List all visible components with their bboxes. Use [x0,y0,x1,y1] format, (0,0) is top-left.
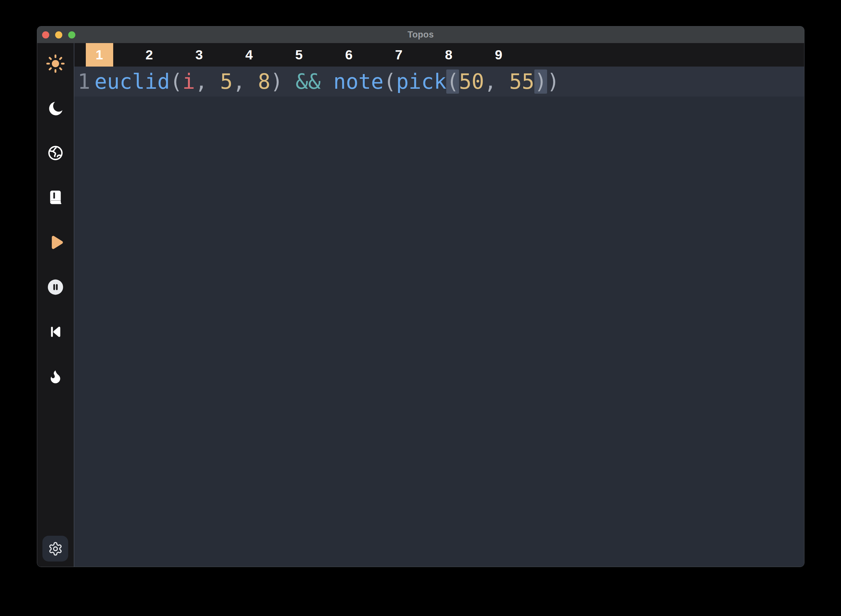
line-number: 1 [75,69,90,94]
minimize-button[interactable] [55,31,62,38]
gear-icon [48,541,63,556]
tab-label: 7 [395,43,403,66]
code-token: 8 [258,69,270,94]
tab-7[interactable]: 7 [374,43,424,66]
topos-window: Topos [37,26,804,567]
code-token: , [484,69,509,94]
code-token: ) [534,69,547,94]
code-editor[interactable]: 1 euclid(i, 5, 8) && note(pick(50, 55)) [75,66,804,567]
skip-back-button[interactable] [46,322,65,341]
docs-button[interactable] [46,188,65,207]
code-token: 5 [220,69,233,94]
tab-label: 5 [295,43,303,66]
book-icon [47,189,64,206]
code-token [283,69,296,94]
titlebar[interactable]: Topos [37,26,804,43]
flame-icon [47,368,64,385]
window-body: 123456789 1 euclid(i, 5, 8) && note(pick… [37,43,804,567]
sun-icon [46,54,65,73]
tab-4[interactable]: 4 [224,43,274,66]
code-token [321,69,333,94]
code-token: , [195,69,220,94]
zoom-button[interactable] [68,31,75,38]
code-token: ) [270,69,283,94]
tab-6[interactable]: 6 [324,43,374,66]
code-token: ( [384,69,396,94]
play-button[interactable] [46,233,65,252]
tab-label: 8 [445,43,453,66]
code-token: i [182,69,195,94]
tab-label: 6 [345,43,353,66]
desktop-background: Topos [0,0,841,616]
pause-button[interactable] [46,278,65,296]
sidebar [37,43,74,567]
code-token: note [333,69,384,94]
tab-label: 1 [86,43,113,66]
tab-label: 2 [145,43,153,66]
code-token: && [296,69,321,94]
tab-label: 9 [495,43,503,66]
moon-icon [47,100,64,117]
window-title: Topos [407,30,434,40]
code-token: ( [446,69,459,94]
pause-circle-icon [47,278,64,296]
code-token: 50 [459,69,484,94]
code-token: ( [170,69,183,94]
scene-tabbar: 123456789 [75,43,804,66]
code-token: 55 [509,69,534,94]
editor-panel: 123456789 1 euclid(i, 5, 8) && note(pick… [74,43,804,567]
traffic-lights [42,26,75,43]
active-code-line[interactable]: 1 euclid(i, 5, 8) && note(pick(50, 55)) [75,66,804,97]
close-button[interactable] [42,31,49,38]
code-content: euclid(i, 5, 8) && note(pick(50, 55)) [95,69,560,94]
tab-label: 3 [195,43,203,66]
theme-dark-button[interactable] [46,99,65,118]
code-token: pick [396,69,446,94]
skip-back-icon [48,324,63,340]
tab-1[interactable]: 1 [75,43,124,66]
settings-button[interactable] [42,536,68,562]
code-token: , [233,69,258,94]
theme-light-button[interactable] [46,54,65,73]
globe-button[interactable] [46,144,65,163]
code-token: euclid [95,69,170,94]
tab-5[interactable]: 5 [274,43,324,66]
tab-8[interactable]: 8 [424,43,474,66]
tab-label: 4 [245,43,253,66]
tab-9[interactable]: 9 [474,43,524,66]
globe-icon [47,144,64,162]
play-icon [46,233,64,252]
tab-2[interactable]: 2 [124,43,174,66]
tab-3[interactable]: 3 [174,43,224,66]
flame-button[interactable] [46,367,65,386]
code-token: ) [547,69,560,94]
